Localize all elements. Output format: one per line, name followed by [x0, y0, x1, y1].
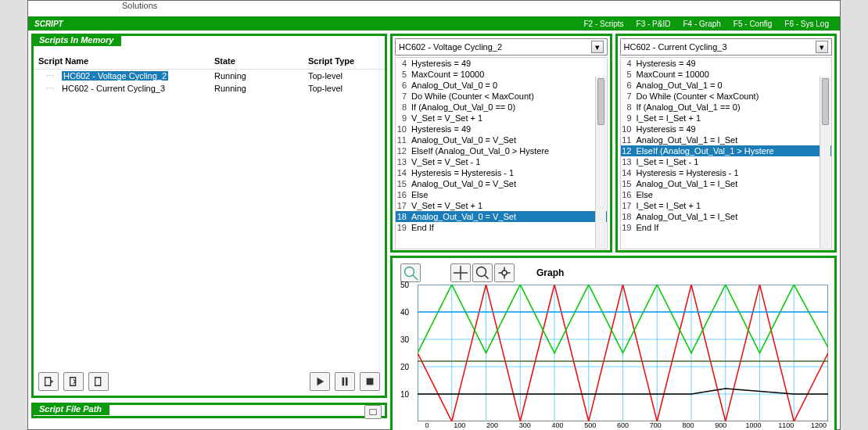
svg-point-1: [405, 267, 414, 277]
chevron-down-icon: ▾: [816, 41, 828, 53]
zoom-rect-button[interactable]: [472, 263, 493, 282]
code-line[interactable]: 15Analog_Out_Val_1 = I_Set: [621, 178, 832, 189]
svg-point-3: [502, 271, 507, 275]
graph-panel: Graph 1020304050 01002003004005006007008…: [390, 256, 837, 430]
code-line[interactable]: 14Hysteresis = Hysteresis - 1: [396, 167, 607, 178]
code-body-left[interactable]: 4Hysteresis = 495MaxCount = 100006Analog…: [395, 57, 608, 249]
script-row-name: HC602 - Current Cycling_3: [62, 84, 165, 93]
code-line[interactable]: 10Hysteresis = 49: [396, 124, 607, 134]
script-dropdown-right[interactable]: HC602 - Current Cycling_3 ▾: [620, 38, 833, 56]
menu-pid[interactable]: F3 - P&ID: [637, 20, 671, 28]
code-line[interactable]: 12ElseIf (Analog_Out_Val_1 > Hystere: [621, 145, 832, 156]
menu-graph[interactable]: F4 - Graph: [683, 20, 720, 28]
code-line[interactable]: 16Else: [621, 189, 832, 200]
script-row-name: HC602 - Voltage Cycling_2: [62, 71, 168, 81]
code-line[interactable]: 18Analog_Out_Val_1 = I_Set: [621, 211, 832, 222]
code-line[interactable]: 17V_Set = V_Set + 1: [396, 200, 607, 211]
chevron-down-icon: ▾: [591, 41, 604, 53]
dropdown-value: HC602 - Voltage Cycling_2: [399, 42, 502, 52]
code-line[interactable]: 13V_Set = V_Set - 1: [396, 156, 607, 167]
code-panel-right: HC602 - Current Cycling_3 ▾ 4Hysteresis …: [615, 34, 838, 253]
scripts-panel: Scripts In Memory Script Name State Scri…: [31, 34, 387, 398]
menu-bar: F2 - Scripts F3 - P&ID F4 - Graph F5 - C…: [583, 20, 840, 28]
crosshair-tool-button[interactable]: [450, 263, 471, 282]
code-line[interactable]: 8If (Analog_Out_Val_0 == 0): [396, 102, 607, 113]
script-bar-label: SCRIPT: [28, 20, 70, 28]
file-path-panel: Script File Path: [31, 403, 387, 418]
code-line[interactable]: 6Analog_Out_Val_1 = 0: [621, 80, 832, 91]
code-line[interactable]: 6Analog_Out_Val_0 = 0: [396, 80, 607, 91]
code-line[interactable]: 4Hysteresis = 49: [621, 58, 832, 69]
menu-scripts[interactable]: F2 - Scripts: [583, 20, 623, 28]
scripts-panel-title: Scripts In Memory: [31, 34, 121, 46]
code-line[interactable]: 12ElseIf (Analog_Out_Val_0 > Hystere: [396, 145, 607, 156]
menu-syslog[interactable]: F6 - Sys Log: [784, 20, 829, 28]
stop-button[interactable]: [360, 372, 380, 391]
open-script-button[interactable]: [38, 372, 59, 391]
scrollbar[interactable]: [820, 77, 830, 248]
table-row[interactable]: ⋯ HC602 - Voltage Cycling_2 Running Top-…: [34, 70, 385, 82]
svg-rect-0: [367, 378, 374, 385]
code-line[interactable]: 7Do While (Counter < MaxCount): [621, 91, 832, 102]
browse-button[interactable]: [364, 405, 382, 419]
script-dropdown-left[interactable]: HC602 - Voltage Cycling_2 ▾: [395, 38, 608, 56]
col-state[interactable]: State: [214, 56, 308, 66]
code-line[interactable]: 4Hysteresis = 49: [396, 58, 607, 69]
script-row-type: Top-level: [308, 71, 380, 81]
script-row-state: Running: [214, 71, 308, 81]
pause-button[interactable]: [335, 372, 355, 391]
y-tick-label: 20: [400, 363, 409, 371]
script-row-state: Running: [214, 84, 308, 93]
code-line[interactable]: 10Hysteresis = 49: [621, 124, 832, 134]
scrollbar[interactable]: [595, 77, 606, 248]
dropdown-value: HC602 - Current Cycling_3: [624, 42, 727, 52]
code-line[interactable]: 5MaxCount = 10000: [621, 69, 832, 80]
code-line[interactable]: 9V_Set = V_Set + 1: [396, 113, 607, 124]
col-name[interactable]: Script Name: [38, 56, 214, 66]
code-line[interactable]: 19End If: [396, 222, 607, 233]
code-line[interactable]: 15Analog_Out_Val_0 = V_Set: [396, 178, 607, 189]
y-tick-label: 50: [400, 281, 409, 289]
y-tick-label: 30: [400, 335, 409, 344]
code-line[interactable]: 11Analog_Out_Val_0 = V_Set: [396, 134, 607, 145]
code-line[interactable]: 13I_Set = I_Set - 1: [621, 156, 832, 167]
code-line[interactable]: 8If (Analog_Out_Val_1 == 0): [621, 102, 832, 113]
new-script-button[interactable]: [88, 372, 109, 391]
code-panel-left: HC602 - Voltage Cycling_2 ▾ 4Hysteresis …: [390, 34, 612, 253]
code-line[interactable]: 14Hysteresis = Hysteresis - 1: [621, 167, 832, 178]
graph-area[interactable]: 1020304050: [418, 285, 828, 421]
code-line[interactable]: 9I_Set = I_Set + 1: [621, 113, 832, 124]
y-tick-label: 10: [400, 390, 409, 399]
pan-tool-button[interactable]: [494, 263, 515, 282]
file-path-title: Script File Path: [31, 403, 109, 415]
menu-config[interactable]: F5 - Config: [733, 20, 772, 28]
code-line[interactable]: 7Do While (Counter < MaxCount): [396, 91, 607, 102]
x-axis-labels: 0100200300400500600700800900100011001200: [418, 421, 831, 429]
y-tick-label: 40: [400, 308, 409, 317]
code-line[interactable]: 11Analog_Out_Val_1 = I_Set: [621, 134, 832, 145]
code-line[interactable]: 5MaxCount = 10000: [396, 69, 607, 80]
code-line[interactable]: 17I_Set = I_Set + 1: [621, 200, 832, 211]
script-bar: SCRIPT F2 - Scripts F3 - P&ID F4 - Graph…: [28, 16, 840, 30]
zoom-tool-button[interactable]: [400, 263, 421, 282]
code-line[interactable]: 16Else: [396, 189, 607, 200]
code-line[interactable]: 19End If: [621, 222, 832, 233]
col-type[interactable]: Script Type: [308, 56, 380, 66]
script-row-type: Top-level: [308, 84, 380, 93]
export-script-button[interactable]: [63, 372, 84, 391]
graph-title: Graph: [536, 267, 564, 278]
tab-solutions[interactable]: Solutions: [28, 1, 840, 16]
svg-point-2: [477, 267, 486, 277]
table-row[interactable]: ⋯ HC602 - Current Cycling_3 Running Top-…: [34, 82, 385, 95]
code-line[interactable]: 18Analog_Out_Val_0 = V_Set: [396, 211, 607, 222]
code-body-right[interactable]: 4Hysteresis = 495MaxCount = 100006Analog…: [620, 57, 833, 249]
table-header: Script Name State Script Type: [34, 53, 385, 70]
play-button[interactable]: [310, 372, 330, 391]
